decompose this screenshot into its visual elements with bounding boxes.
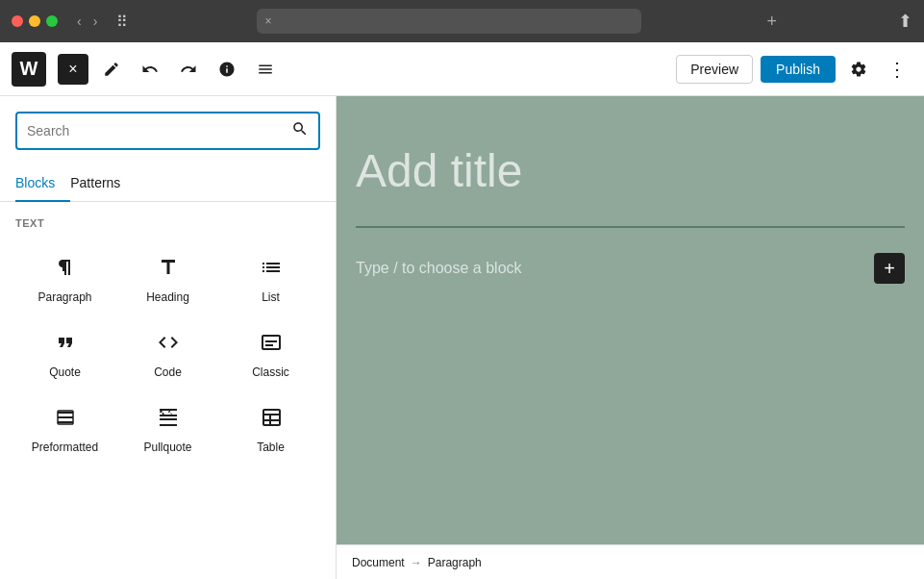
search-box: [15, 112, 320, 150]
minimize-traffic-light[interactable]: [29, 15, 40, 27]
list-icon: [260, 256, 283, 283]
settings-button[interactable]: [843, 54, 874, 85]
breadcrumb-paragraph[interactable]: Paragraph: [428, 556, 482, 569]
info-icon: [218, 61, 236, 78]
block-name-preformatted: Preformatted: [32, 441, 98, 454]
block-name-table: Table: [257, 441, 285, 454]
publish-button[interactable]: Publish: [761, 56, 836, 83]
breadcrumb-bar: Document → Paragraph: [337, 544, 924, 579]
redo-icon: [180, 61, 197, 78]
title-field[interactable]: Add title: [356, 135, 905, 207]
table-icon: [260, 406, 283, 433]
back-button[interactable]: ‹: [73, 12, 86, 31]
redo-button[interactable]: [173, 54, 204, 85]
block-name-pullquote: Pullquote: [143, 441, 191, 454]
editor-area: Add title Type / to choose a block +: [337, 96, 924, 579]
block-item-heading[interactable]: Heading: [118, 244, 217, 315]
close-traffic-light[interactable]: [12, 15, 23, 27]
title-divider: [356, 226, 905, 228]
share-icon[interactable]: ⬆: [898, 11, 912, 32]
block-name-classic: Classic: [252, 365, 289, 379]
code-icon: [157, 331, 180, 358]
block-item-list[interactable]: List: [221, 244, 320, 315]
search-icon: [291, 120, 309, 141]
classic-icon: [260, 331, 283, 358]
search-input[interactable]: [27, 123, 291, 138]
block-item-classic[interactable]: Classic: [221, 319, 320, 390]
edit-tool-button[interactable]: [96, 54, 127, 85]
grid-icon: ⠿: [116, 13, 128, 31]
block-name-heading: Heading: [146, 290, 189, 304]
type-block-placeholder: Type / to choose a block: [356, 260, 522, 277]
paragraph-icon: [54, 256, 77, 283]
block-name-quote: Quote: [49, 365, 81, 379]
maximize-traffic-light[interactable]: [46, 15, 58, 27]
preview-button[interactable]: Preview: [676, 55, 753, 84]
block-name-list: List: [262, 290, 280, 304]
breadcrumb-arrow: →: [411, 556, 422, 569]
block-name-code: Code: [154, 365, 182, 379]
preformatted-icon: [54, 406, 77, 433]
address-bar[interactable]: ×: [257, 9, 641, 34]
pullquote-icon: [157, 406, 180, 433]
undo-icon: [141, 61, 159, 78]
main-layout: Blocks Patterns TEXT Paragraph Heading: [0, 96, 924, 579]
pencil-icon: [103, 61, 120, 78]
new-tab-button[interactable]: +: [766, 12, 777, 32]
block-item-code[interactable]: Code: [118, 319, 217, 390]
undo-button[interactable]: [135, 54, 165, 85]
list-view-button[interactable]: [250, 54, 281, 85]
block-item-preformatted[interactable]: Preformatted: [15, 394, 114, 466]
type-block-area[interactable]: Type / to choose a block +: [356, 243, 905, 293]
section-text-label: TEXT: [0, 202, 336, 237]
wordpress-logo[interactable]: W: [12, 52, 46, 87]
toolbar: W × Preview Publish ⋮: [0, 42, 924, 96]
add-block-button[interactable]: +: [874, 253, 905, 284]
block-item-pullquote[interactable]: Pullquote: [118, 394, 217, 466]
more-options-button[interactable]: ⋮: [882, 54, 912, 85]
tab-patterns[interactable]: Patterns: [70, 165, 136, 202]
tab-blocks[interactable]: Blocks: [15, 165, 70, 202]
settings-icon: [850, 61, 867, 78]
blocks-grid: Paragraph Heading List: [0, 237, 336, 473]
block-item-table[interactable]: Table: [221, 394, 320, 466]
title-bar: ‹ › ⠿ × + ⬆: [0, 0, 924, 42]
block-panel: Blocks Patterns TEXT Paragraph Heading: [0, 96, 337, 579]
close-tab-icon[interactable]: ×: [264, 14, 271, 28]
heading-icon: [157, 256, 180, 283]
list-view-icon: [257, 61, 274, 78]
close-panel-button[interactable]: ×: [58, 54, 88, 85]
info-button[interactable]: [212, 54, 242, 85]
breadcrumb-document[interactable]: Document: [352, 556, 405, 569]
panel-tabs: Blocks Patterns: [0, 165, 336, 202]
block-item-quote[interactable]: Quote: [15, 319, 114, 390]
editor-content: Add title Type / to choose a block +: [356, 135, 905, 293]
block-name-paragraph: Paragraph: [37, 290, 91, 304]
quote-icon: [54, 331, 77, 358]
block-item-paragraph[interactable]: Paragraph: [15, 244, 114, 315]
traffic-lights: [12, 15, 58, 27]
forward-button[interactable]: ›: [89, 12, 102, 31]
